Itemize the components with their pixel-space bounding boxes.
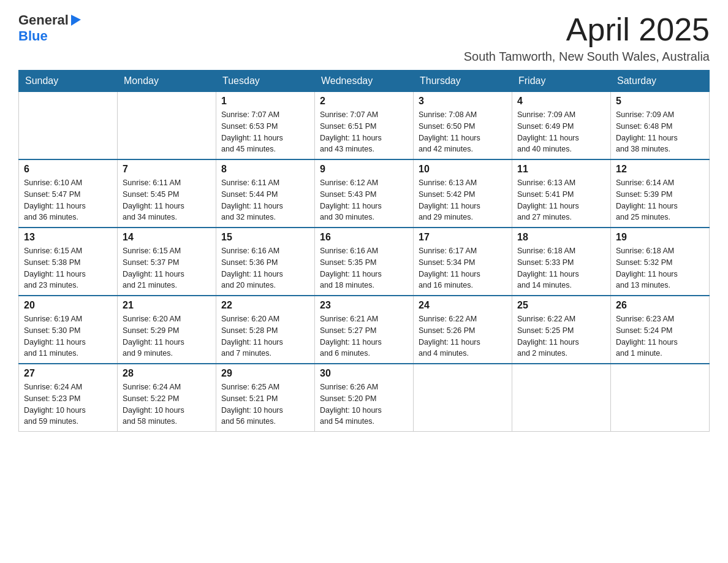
day-info: Sunrise: 7:09 AM Sunset: 6:48 PM Dayligh…: [616, 109, 704, 155]
calendar-day-cell: 26Sunrise: 6:23 AM Sunset: 5:24 PM Dayli…: [611, 296, 710, 364]
day-info: Sunrise: 7:09 AM Sunset: 6:49 PM Dayligh…: [517, 109, 605, 155]
location-subtitle: South Tamworth, New South Wales, Austral…: [464, 50, 710, 64]
day-number: 19: [616, 232, 704, 243]
calendar-day-cell: 14Sunrise: 6:15 AM Sunset: 5:37 PM Dayli…: [118, 228, 216, 296]
day-of-week-header: Saturday: [611, 71, 710, 92]
calendar-day-cell: 23Sunrise: 6:21 AM Sunset: 5:27 PM Dayli…: [315, 296, 414, 364]
calendar-day-cell: 27Sunrise: 6:24 AM Sunset: 5:23 PM Dayli…: [19, 364, 118, 432]
month-year-title: April 2025: [464, 12, 710, 47]
day-info: Sunrise: 6:23 AM Sunset: 5:24 PM Dayligh…: [616, 313, 704, 359]
day-number: 1: [221, 96, 309, 107]
day-info: Sunrise: 6:15 AM Sunset: 5:38 PM Dayligh…: [24, 245, 112, 291]
day-info: Sunrise: 6:21 AM Sunset: 5:27 PM Dayligh…: [320, 313, 408, 359]
calendar-day-cell: 25Sunrise: 6:22 AM Sunset: 5:25 PM Dayli…: [512, 296, 611, 364]
calendar-day-cell: 12Sunrise: 6:14 AM Sunset: 5:39 PM Dayli…: [611, 159, 710, 228]
calendar-day-cell: 15Sunrise: 6:16 AM Sunset: 5:36 PM Dayli…: [216, 228, 315, 296]
calendar-day-cell: 19Sunrise: 6:18 AM Sunset: 5:32 PM Dayli…: [611, 228, 710, 296]
calendar-day-cell: [118, 92, 216, 160]
calendar-day-cell: 4Sunrise: 7:09 AM Sunset: 6:49 PM Daylig…: [512, 92, 611, 160]
calendar-day-cell: 10Sunrise: 6:13 AM Sunset: 5:42 PM Dayli…: [414, 159, 512, 228]
day-number: 25: [517, 300, 605, 311]
calendar-day-cell: 16Sunrise: 6:16 AM Sunset: 5:35 PM Dayli…: [315, 228, 414, 296]
day-number: 17: [419, 232, 507, 243]
day-number: 6: [24, 164, 112, 175]
day-info: Sunrise: 6:13 AM Sunset: 5:42 PM Dayligh…: [419, 177, 507, 223]
calendar-day-cell: [611, 364, 710, 432]
day-of-week-header: Tuesday: [216, 71, 315, 92]
day-of-week-header: Sunday: [19, 71, 118, 92]
calendar-day-cell: 5Sunrise: 7:09 AM Sunset: 6:48 PM Daylig…: [611, 92, 710, 160]
day-info: Sunrise: 6:12 AM Sunset: 5:43 PM Dayligh…: [320, 177, 408, 223]
logo-triangle-icon: [70, 13, 82, 27]
calendar-table: SundayMondayTuesdayWednesdayThursdayFrid…: [18, 70, 710, 432]
title-area: April 2025 South Tamworth, New South Wal…: [464, 12, 710, 64]
day-number: 28: [123, 368, 211, 379]
calendar-header-row: SundayMondayTuesdayWednesdayThursdayFrid…: [19, 71, 710, 92]
day-number: 18: [517, 232, 605, 243]
calendar-day-cell: 11Sunrise: 6:13 AM Sunset: 5:41 PM Dayli…: [512, 159, 611, 228]
calendar-day-cell: 9Sunrise: 6:12 AM Sunset: 5:43 PM Daylig…: [315, 159, 414, 228]
day-number: 27: [24, 368, 112, 379]
calendar-day-cell: [414, 364, 512, 432]
calendar-day-cell: 8Sunrise: 6:11 AM Sunset: 5:44 PM Daylig…: [216, 159, 315, 228]
calendar-day-cell: 13Sunrise: 6:15 AM Sunset: 5:38 PM Dayli…: [19, 228, 118, 296]
calendar-day-cell: 7Sunrise: 6:11 AM Sunset: 5:45 PM Daylig…: [118, 159, 216, 228]
day-info: Sunrise: 6:22 AM Sunset: 5:26 PM Dayligh…: [419, 313, 507, 359]
calendar-day-cell: 30Sunrise: 6:26 AM Sunset: 5:20 PM Dayli…: [315, 364, 414, 432]
day-info: Sunrise: 6:13 AM Sunset: 5:41 PM Dayligh…: [517, 177, 605, 223]
day-info: Sunrise: 7:07 AM Sunset: 6:51 PM Dayligh…: [320, 109, 408, 155]
calendar-day-cell: 21Sunrise: 6:20 AM Sunset: 5:29 PM Dayli…: [118, 296, 216, 364]
day-number: 24: [419, 300, 507, 311]
day-number: 30: [320, 368, 408, 379]
day-of-week-header: Monday: [118, 71, 216, 92]
calendar-day-cell: 2Sunrise: 7:07 AM Sunset: 6:51 PM Daylig…: [315, 92, 414, 160]
day-info: Sunrise: 7:08 AM Sunset: 6:50 PM Dayligh…: [419, 109, 507, 155]
logo-general-text: General: [18, 12, 69, 28]
day-number: 2: [320, 96, 408, 107]
day-number: 10: [419, 164, 507, 175]
calendar-day-cell: [19, 92, 118, 160]
day-info: Sunrise: 6:14 AM Sunset: 5:39 PM Dayligh…: [616, 177, 704, 223]
svg-marker-0: [71, 15, 81, 26]
logo: General Blue: [18, 12, 82, 44]
calendar-day-cell: 18Sunrise: 6:18 AM Sunset: 5:33 PM Dayli…: [512, 228, 611, 296]
day-number: 3: [419, 96, 507, 107]
day-info: Sunrise: 6:15 AM Sunset: 5:37 PM Dayligh…: [123, 245, 211, 291]
day-number: 29: [221, 368, 309, 379]
calendar-day-cell: [512, 364, 611, 432]
day-of-week-header: Wednesday: [315, 71, 414, 92]
calendar-day-cell: 29Sunrise: 6:25 AM Sunset: 5:21 PM Dayli…: [216, 364, 315, 432]
day-info: Sunrise: 6:18 AM Sunset: 5:33 PM Dayligh…: [517, 245, 605, 291]
day-number: 12: [616, 164, 704, 175]
day-info: Sunrise: 6:18 AM Sunset: 5:32 PM Dayligh…: [616, 245, 704, 291]
day-of-week-header: Friday: [512, 71, 611, 92]
day-number: 4: [517, 96, 605, 107]
calendar-day-cell: 20Sunrise: 6:19 AM Sunset: 5:30 PM Dayli…: [19, 296, 118, 364]
day-info: Sunrise: 6:25 AM Sunset: 5:21 PM Dayligh…: [221, 381, 309, 427]
calendar-week-row: 6Sunrise: 6:10 AM Sunset: 5:47 PM Daylig…: [19, 159, 710, 228]
day-number: 5: [616, 96, 704, 107]
day-number: 15: [221, 232, 309, 243]
calendar-day-cell: 6Sunrise: 6:10 AM Sunset: 5:47 PM Daylig…: [19, 159, 118, 228]
logo-blue-text: Blue: [18, 28, 48, 44]
day-info: Sunrise: 6:16 AM Sunset: 5:35 PM Dayligh…: [320, 245, 408, 291]
day-number: 23: [320, 300, 408, 311]
day-number: 14: [123, 232, 211, 243]
day-info: Sunrise: 6:11 AM Sunset: 5:45 PM Dayligh…: [123, 177, 211, 223]
day-number: 7: [123, 164, 211, 175]
calendar-week-row: 20Sunrise: 6:19 AM Sunset: 5:30 PM Dayli…: [19, 296, 710, 364]
day-number: 8: [221, 164, 309, 175]
day-info: Sunrise: 6:17 AM Sunset: 5:34 PM Dayligh…: [419, 245, 507, 291]
day-number: 11: [517, 164, 605, 175]
day-number: 26: [616, 300, 704, 311]
day-number: 13: [24, 232, 112, 243]
calendar-day-cell: 17Sunrise: 6:17 AM Sunset: 5:34 PM Dayli…: [414, 228, 512, 296]
day-info: Sunrise: 6:22 AM Sunset: 5:25 PM Dayligh…: [517, 313, 605, 359]
calendar-day-cell: 24Sunrise: 6:22 AM Sunset: 5:26 PM Dayli…: [414, 296, 512, 364]
day-number: 20: [24, 300, 112, 311]
day-info: Sunrise: 6:20 AM Sunset: 5:28 PM Dayligh…: [221, 313, 309, 359]
day-info: Sunrise: 6:16 AM Sunset: 5:36 PM Dayligh…: [221, 245, 309, 291]
calendar-week-row: 27Sunrise: 6:24 AM Sunset: 5:23 PM Dayli…: [19, 364, 710, 432]
calendar-day-cell: 28Sunrise: 6:24 AM Sunset: 5:22 PM Dayli…: [118, 364, 216, 432]
calendar-day-cell: 22Sunrise: 6:20 AM Sunset: 5:28 PM Dayli…: [216, 296, 315, 364]
